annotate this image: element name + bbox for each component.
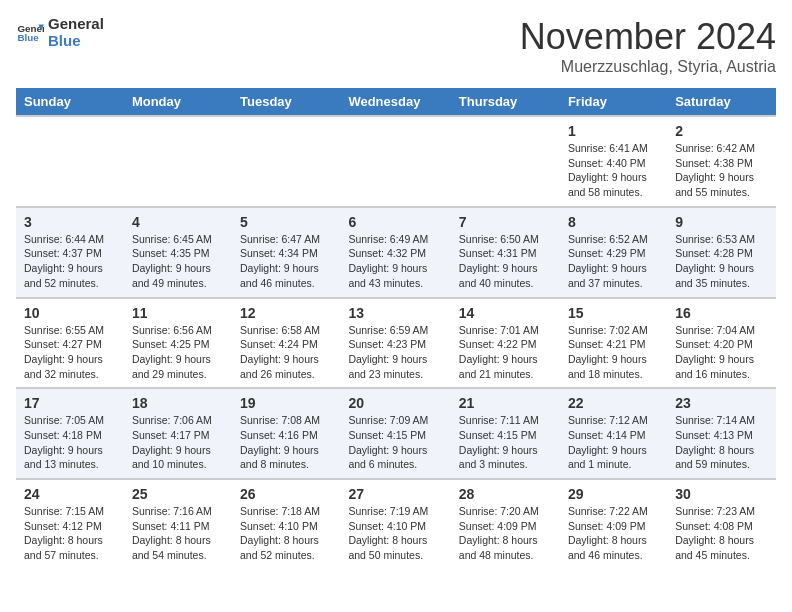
day-cell: 23Sunrise: 7:14 AM Sunset: 4:13 PM Dayli… [667, 388, 776, 479]
col-header-monday: Monday [124, 88, 232, 116]
day-cell: 19Sunrise: 7:08 AM Sunset: 4:16 PM Dayli… [232, 388, 340, 479]
day-number: 1 [568, 123, 659, 139]
day-number: 11 [132, 305, 224, 321]
day-cell: 13Sunrise: 6:59 AM Sunset: 4:23 PM Dayli… [340, 298, 450, 389]
day-number: 5 [240, 214, 332, 230]
day-info: Sunrise: 7:22 AM Sunset: 4:09 PM Dayligh… [568, 504, 659, 563]
day-info: Sunrise: 6:44 AM Sunset: 4:37 PM Dayligh… [24, 232, 116, 291]
day-cell: 20Sunrise: 7:09 AM Sunset: 4:15 PM Dayli… [340, 388, 450, 479]
day-number: 25 [132, 486, 224, 502]
day-cell: 8Sunrise: 6:52 AM Sunset: 4:29 PM Daylig… [560, 207, 667, 298]
day-info: Sunrise: 7:08 AM Sunset: 4:16 PM Dayligh… [240, 413, 332, 472]
day-info: Sunrise: 7:05 AM Sunset: 4:18 PM Dayligh… [24, 413, 116, 472]
day-cell: 17Sunrise: 7:05 AM Sunset: 4:18 PM Dayli… [16, 388, 124, 479]
col-header-tuesday: Tuesday [232, 88, 340, 116]
calendar-header-row: SundayMondayTuesdayWednesdayThursdayFrid… [16, 88, 776, 116]
day-cell: 10Sunrise: 6:55 AM Sunset: 4:27 PM Dayli… [16, 298, 124, 389]
day-info: Sunrise: 6:42 AM Sunset: 4:38 PM Dayligh… [675, 141, 768, 200]
day-number: 24 [24, 486, 116, 502]
day-info: Sunrise: 7:16 AM Sunset: 4:11 PM Dayligh… [132, 504, 224, 563]
day-info: Sunrise: 7:15 AM Sunset: 4:12 PM Dayligh… [24, 504, 116, 563]
day-number: 7 [459, 214, 552, 230]
col-header-wednesday: Wednesday [340, 88, 450, 116]
day-info: Sunrise: 7:23 AM Sunset: 4:08 PM Dayligh… [675, 504, 768, 563]
day-cell: 3Sunrise: 6:44 AM Sunset: 4:37 PM Daylig… [16, 207, 124, 298]
day-cell: 7Sunrise: 6:50 AM Sunset: 4:31 PM Daylig… [451, 207, 560, 298]
day-number: 27 [348, 486, 442, 502]
day-info: Sunrise: 6:56 AM Sunset: 4:25 PM Dayligh… [132, 323, 224, 382]
week-row-5: 24Sunrise: 7:15 AM Sunset: 4:12 PM Dayli… [16, 479, 776, 569]
day-number: 10 [24, 305, 116, 321]
day-info: Sunrise: 6:58 AM Sunset: 4:24 PM Dayligh… [240, 323, 332, 382]
month-title: November 2024 [520, 16, 776, 58]
day-info: Sunrise: 7:11 AM Sunset: 4:15 PM Dayligh… [459, 413, 552, 472]
week-row-2: 3Sunrise: 6:44 AM Sunset: 4:37 PM Daylig… [16, 207, 776, 298]
day-info: Sunrise: 7:01 AM Sunset: 4:22 PM Dayligh… [459, 323, 552, 382]
day-info: Sunrise: 6:59 AM Sunset: 4:23 PM Dayligh… [348, 323, 442, 382]
logo: General Blue General Blue [16, 16, 104, 49]
day-cell: 5Sunrise: 6:47 AM Sunset: 4:34 PM Daylig… [232, 207, 340, 298]
location: Muerzzuschlag, Styria, Austria [520, 58, 776, 76]
day-info: Sunrise: 7:06 AM Sunset: 4:17 PM Dayligh… [132, 413, 224, 472]
day-cell: 2Sunrise: 6:42 AM Sunset: 4:38 PM Daylig… [667, 116, 776, 207]
week-row-4: 17Sunrise: 7:05 AM Sunset: 4:18 PM Dayli… [16, 388, 776, 479]
day-info: Sunrise: 6:45 AM Sunset: 4:35 PM Dayligh… [132, 232, 224, 291]
day-number: 23 [675, 395, 768, 411]
day-cell [16, 116, 124, 207]
day-cell: 25Sunrise: 7:16 AM Sunset: 4:11 PM Dayli… [124, 479, 232, 569]
day-number: 17 [24, 395, 116, 411]
day-cell: 12Sunrise: 6:58 AM Sunset: 4:24 PM Dayli… [232, 298, 340, 389]
day-number: 4 [132, 214, 224, 230]
day-info: Sunrise: 6:53 AM Sunset: 4:28 PM Dayligh… [675, 232, 768, 291]
col-header-friday: Friday [560, 88, 667, 116]
day-info: Sunrise: 7:09 AM Sunset: 4:15 PM Dayligh… [348, 413, 442, 472]
day-number: 2 [675, 123, 768, 139]
day-cell: 18Sunrise: 7:06 AM Sunset: 4:17 PM Dayli… [124, 388, 232, 479]
day-number: 12 [240, 305, 332, 321]
day-number: 6 [348, 214, 442, 230]
day-number: 28 [459, 486, 552, 502]
day-cell: 27Sunrise: 7:19 AM Sunset: 4:10 PM Dayli… [340, 479, 450, 569]
day-number: 15 [568, 305, 659, 321]
day-number: 9 [675, 214, 768, 230]
day-cell [232, 116, 340, 207]
day-cell: 15Sunrise: 7:02 AM Sunset: 4:21 PM Dayli… [560, 298, 667, 389]
day-cell [340, 116, 450, 207]
col-header-sunday: Sunday [16, 88, 124, 116]
day-cell: 6Sunrise: 6:49 AM Sunset: 4:32 PM Daylig… [340, 207, 450, 298]
col-header-thursday: Thursday [451, 88, 560, 116]
day-cell: 21Sunrise: 7:11 AM Sunset: 4:15 PM Dayli… [451, 388, 560, 479]
day-info: Sunrise: 6:52 AM Sunset: 4:29 PM Dayligh… [568, 232, 659, 291]
week-row-3: 10Sunrise: 6:55 AM Sunset: 4:27 PM Dayli… [16, 298, 776, 389]
day-number: 22 [568, 395, 659, 411]
day-number: 30 [675, 486, 768, 502]
day-info: Sunrise: 7:04 AM Sunset: 4:20 PM Dayligh… [675, 323, 768, 382]
day-cell: 9Sunrise: 6:53 AM Sunset: 4:28 PM Daylig… [667, 207, 776, 298]
day-info: Sunrise: 6:55 AM Sunset: 4:27 PM Dayligh… [24, 323, 116, 382]
day-number: 18 [132, 395, 224, 411]
week-row-1: 1Sunrise: 6:41 AM Sunset: 4:40 PM Daylig… [16, 116, 776, 207]
day-number: 20 [348, 395, 442, 411]
day-cell: 30Sunrise: 7:23 AM Sunset: 4:08 PM Dayli… [667, 479, 776, 569]
logo-line1: General [48, 16, 104, 33]
day-cell: 4Sunrise: 6:45 AM Sunset: 4:35 PM Daylig… [124, 207, 232, 298]
day-info: Sunrise: 7:18 AM Sunset: 4:10 PM Dayligh… [240, 504, 332, 563]
day-cell: 28Sunrise: 7:20 AM Sunset: 4:09 PM Dayli… [451, 479, 560, 569]
day-info: Sunrise: 7:20 AM Sunset: 4:09 PM Dayligh… [459, 504, 552, 563]
day-cell: 14Sunrise: 7:01 AM Sunset: 4:22 PM Dayli… [451, 298, 560, 389]
day-info: Sunrise: 6:49 AM Sunset: 4:32 PM Dayligh… [348, 232, 442, 291]
day-number: 19 [240, 395, 332, 411]
day-number: 21 [459, 395, 552, 411]
day-info: Sunrise: 6:41 AM Sunset: 4:40 PM Dayligh… [568, 141, 659, 200]
logo-line2: Blue [48, 33, 104, 50]
day-number: 26 [240, 486, 332, 502]
day-info: Sunrise: 7:19 AM Sunset: 4:10 PM Dayligh… [348, 504, 442, 563]
page-header: General Blue General Blue November 2024 … [16, 16, 776, 76]
title-block: November 2024 Muerzzuschlag, Styria, Aus… [520, 16, 776, 76]
day-info: Sunrise: 6:47 AM Sunset: 4:34 PM Dayligh… [240, 232, 332, 291]
calendar-table: SundayMondayTuesdayWednesdayThursdayFrid… [16, 88, 776, 569]
day-number: 14 [459, 305, 552, 321]
day-cell: 16Sunrise: 7:04 AM Sunset: 4:20 PM Dayli… [667, 298, 776, 389]
day-cell: 26Sunrise: 7:18 AM Sunset: 4:10 PM Dayli… [232, 479, 340, 569]
svg-text:Blue: Blue [17, 32, 39, 43]
